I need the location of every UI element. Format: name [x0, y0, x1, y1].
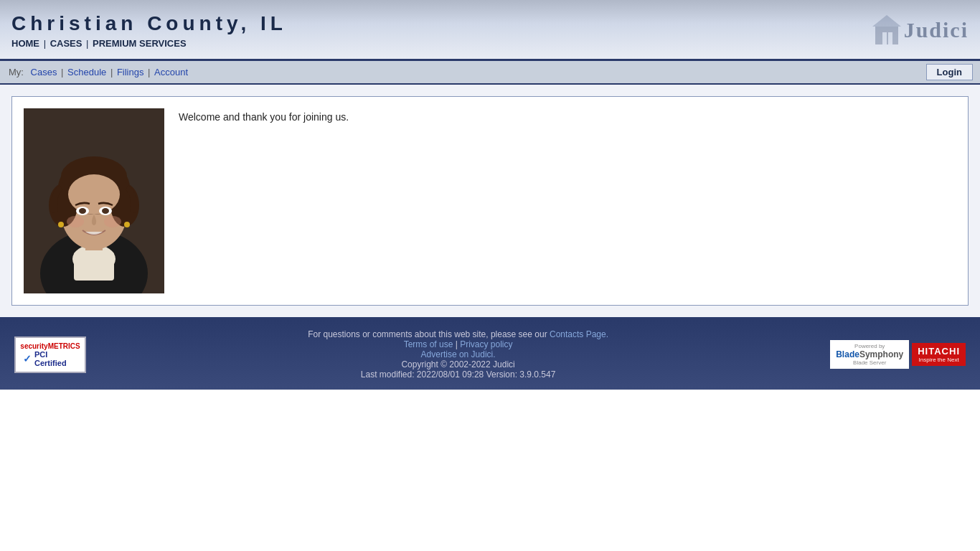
blade-brand: BladeSymphony	[836, 349, 903, 359]
judici-logo-text: Judici	[904, 18, 969, 42]
security-badge: securityMETRICS ✓ PCI Certified	[14, 336, 86, 373]
footer-advertise: Advertise on Judici.	[308, 349, 608, 359]
footer-copyright: Copyright © 2002-2022 Judici	[308, 359, 608, 369]
mybar: My: Cases | Schedule | Filings | Account…	[0, 61, 980, 85]
my-schedule-link[interactable]: Schedule	[67, 67, 106, 77]
footer-left: securityMETRICS ✓ PCI Certified	[14, 336, 86, 373]
blade-text: Blade	[836, 349, 859, 359]
svg-marker-1	[872, 15, 901, 27]
court-icon	[872, 12, 901, 48]
welcome-box: Welcome and thank you for joining us.	[11, 96, 969, 306]
powered-by-text: Powered by	[854, 343, 885, 349]
my-cases-link[interactable]: Cases	[31, 67, 57, 77]
advertise-link[interactable]: Advertise on Judici.	[421, 349, 496, 359]
portrait-svg	[24, 108, 164, 293]
header-left: Christian County, IL HOME | CASES | PREM…	[11, 12, 287, 49]
security-title: securityMETRICS	[20, 342, 80, 350]
header: Christian County, IL HOME | CASES | PREM…	[0, 0, 980, 61]
blade-symphony-badge: Powered by BladeSymphony Blade Server	[830, 340, 909, 369]
svg-point-18	[102, 208, 109, 214]
pci-text: PCI Certified	[34, 350, 77, 367]
portrait-image	[24, 108, 164, 293]
blade-server-text: Blade Server	[853, 359, 886, 366]
svg-point-22	[124, 222, 130, 227]
site-title: Christian County, IL	[11, 12, 287, 35]
hitachi-brand: HITACHI	[918, 346, 960, 357]
footer-center: For questions or comments about this web…	[308, 329, 608, 380]
nav-cases[interactable]: CASES	[50, 38, 83, 49]
login-button[interactable]: Login	[926, 64, 973, 80]
checkmark-icon: ✓	[23, 353, 32, 364]
nav-links: HOME | CASES | PREMIUM SERVICES	[11, 38, 287, 49]
nav-home[interactable]: HOME	[11, 38, 39, 49]
svg-point-14	[68, 174, 120, 215]
my-prefix: My:	[9, 67, 24, 77]
security-metrics: METRICS	[48, 342, 80, 350]
my-account-link[interactable]: Account	[154, 67, 188, 77]
svg-rect-2	[882, 32, 887, 44]
footer-right: Powered by BladeSymphony Blade Server HI…	[830, 340, 966, 369]
welcome-text: Welcome and thank you for joining us.	[179, 108, 349, 123]
symphony-text: Symphony	[859, 349, 903, 359]
hitachi-badge: HITACHI Inspire the Next	[912, 343, 966, 366]
footer-question: For questions or comments about this web…	[308, 329, 608, 339]
contacts-link[interactable]: Contacts Page.	[550, 329, 608, 339]
svg-rect-7	[74, 252, 114, 281]
terms-link[interactable]: Terms of use	[404, 339, 453, 349]
svg-rect-3	[888, 32, 892, 44]
footer: securityMETRICS ✓ PCI Certified For ques…	[0, 317, 980, 390]
question-text: For questions or comments about this web…	[308, 329, 547, 339]
my-filings-link[interactable]: Filings	[117, 67, 144, 77]
privacy-link[interactable]: Privacy policy	[460, 339, 512, 349]
main-content: Welcome and thank you for joining us.	[0, 85, 980, 317]
hitachi-sub: Inspire the Next	[919, 357, 959, 363]
sep2: |	[110, 67, 116, 77]
footer-version: Last modified: 2022/08/01 09:28 Version:…	[308, 369, 608, 380]
nav-premium[interactable]: PREMIUM SERVICES	[93, 38, 187, 49]
mybar-left: My: Cases | Schedule | Filings | Account	[7, 67, 188, 77]
svg-point-19	[67, 216, 84, 227]
svg-point-20	[104, 216, 121, 227]
pci-certified: ✓ PCI Certified	[23, 350, 77, 367]
sep3: |	[148, 67, 153, 77]
svg-point-21	[58, 222, 64, 227]
security-text1: security	[20, 342, 47, 350]
sep1: |	[61, 67, 66, 77]
svg-point-17	[79, 208, 86, 214]
judici-logo: Judici	[872, 12, 969, 48]
footer-terms-line: Terms of use | Privacy policy	[308, 339, 608, 349]
